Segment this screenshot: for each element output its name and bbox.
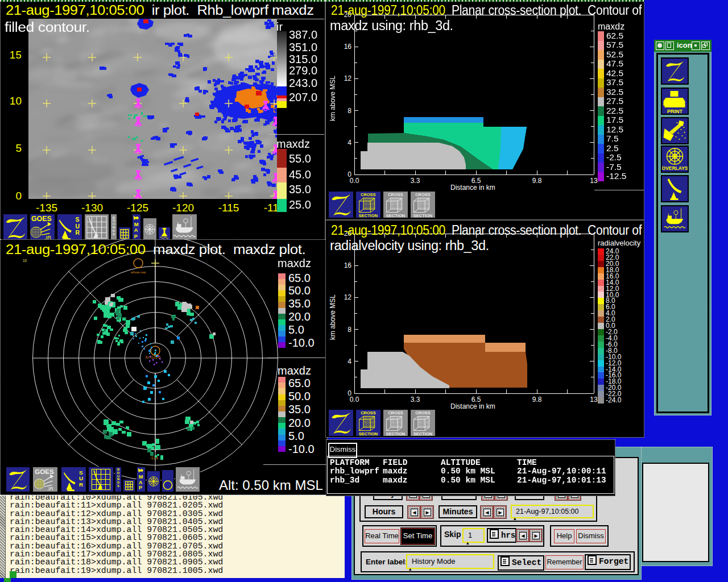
svg-text:CROSS: CROSS [415, 192, 431, 197]
svg-text:whoa-mat: whoa-mat [130, 271, 146, 274]
svg-text:10: 10 [23, 259, 27, 263]
svg-text:U: U [76, 223, 80, 230]
svg-text:CROSS: CROSS [361, 192, 376, 197]
svg-text:GOES: GOES [35, 468, 54, 475]
svg-text:S: S [79, 469, 83, 476]
svg-text:CROSS: CROSS [388, 192, 403, 197]
svg-text:.IR: .IR [47, 486, 54, 492]
svg-text:A: A [139, 480, 143, 485]
svg-text:R: R [76, 229, 80, 236]
svg-text:R: R [79, 481, 83, 488]
svg-text:S: S [117, 484, 119, 488]
svg-text:A: A [134, 227, 138, 233]
svg-text:GOES: GOES [31, 215, 52, 223]
svg-text:PRINT: PRINT [667, 109, 683, 114]
svg-text:SECTION: SECTION [413, 431, 432, 436]
svg-text:M: M [139, 474, 143, 480]
svg-text:OVERLAYS: OVERLAYS [662, 165, 688, 171]
svg-text:M: M [134, 222, 139, 227]
svg-text:CROSS: CROSS [415, 410, 431, 415]
svg-text:SECTION: SECTION [359, 213, 378, 218]
svg-text:SECTION: SECTION [413, 213, 432, 218]
svg-text:U: U [79, 475, 83, 481]
svg-text:SECTION: SECTION [386, 431, 405, 436]
svg-text:S: S [76, 216, 80, 223]
svg-text:S: S [113, 232, 115, 236]
svg-text:SECTION: SECTION [359, 431, 378, 436]
svg-text:SECTION: SECTION [386, 213, 405, 218]
svg-text:P: P [139, 485, 142, 490]
svg-text:CROSS: CROSS [361, 410, 376, 415]
svg-text:P: P [134, 234, 138, 239]
svg-text:CROSS: CROSS [388, 410, 403, 415]
